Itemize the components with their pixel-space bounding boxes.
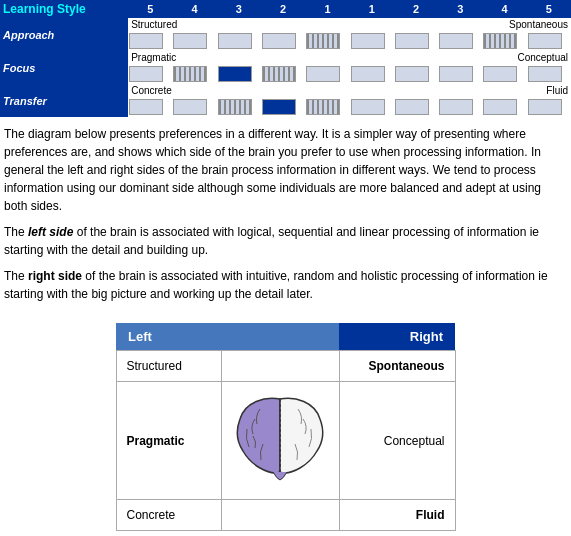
right-label-0: Spontaneous <box>350 18 571 31</box>
bar-cell-2-8 <box>482 97 526 117</box>
bar-cell-1-0 <box>128 64 172 84</box>
description-para1: The diagram below presents preferences i… <box>4 125 567 215</box>
para3-prefix: The <box>4 269 28 283</box>
brain-center-1 <box>222 382 339 500</box>
brain-center-header <box>222 323 339 351</box>
right-label-2: Fluid <box>350 84 571 97</box>
scale-l2: 2 <box>261 0 305 18</box>
bar-cell-2-3 <box>261 97 305 117</box>
para2-mid: of the brain is associated with logical,… <box>4 225 539 257</box>
learning-style-table: Learning Style 5 4 3 2 1 1 2 3 4 5 Appro… <box>0 0 571 117</box>
header-row: Learning Style 5 4 3 2 1 1 2 3 4 5 <box>0 0 571 18</box>
bar-cell-2-1 <box>172 97 216 117</box>
bar-cell-1-2 <box>217 64 261 84</box>
bar-cell-2-2 <box>217 97 261 117</box>
scale-r2: 2 <box>394 0 438 18</box>
description-section: The diagram below presents preferences i… <box>0 117 571 317</box>
left-label-2: Concrete <box>128 84 349 97</box>
bar-cell-0-8 <box>482 31 526 51</box>
bar-cell-0-4 <box>305 31 349 51</box>
description-para2: The left side of the brain is associated… <box>4 223 567 259</box>
para2-bold-italic: left side <box>28 225 73 239</box>
scale-l3: 3 <box>217 0 261 18</box>
row-label-0: Approach <box>0 18 128 51</box>
bar-cell-2-9 <box>527 97 571 117</box>
bar-cell-2-4 <box>305 97 349 117</box>
para3-bold: right side <box>28 269 82 283</box>
label-row-2: TransferConcreteFluid <box>0 84 571 97</box>
bar-cell-0-5 <box>350 31 394 51</box>
brain-left-1: Pragmatic <box>116 382 222 500</box>
brain-diagram-table: Left Right StructuredSpontaneousPragmati… <box>116 323 456 531</box>
bar-cell-1-7 <box>438 64 482 84</box>
row-label-2: Transfer <box>0 84 128 117</box>
label-row-0: ApproachStructuredSpontaneous <box>0 18 571 31</box>
description-para3: The right side of the brain is associate… <box>4 267 567 303</box>
bar-cell-0-6 <box>394 31 438 51</box>
label-row-1: FocusPragmaticConceptual <box>0 51 571 64</box>
bar-cell-2-6 <box>394 97 438 117</box>
bar-cell-0-0 <box>128 31 172 51</box>
para3-mid: of the brain is associated with intuitiv… <box>4 269 548 301</box>
bar-cell-1-4 <box>305 64 349 84</box>
brain-left-2: Concrete <box>116 500 222 531</box>
row-label-1: Focus <box>0 51 128 84</box>
learning-style-label: Learning Style <box>0 0 128 18</box>
scale-r4: 4 <box>482 0 526 18</box>
brain-right-0: Spontaneous <box>339 351 455 382</box>
brain-center-0 <box>222 351 339 382</box>
brain-row-0: StructuredSpontaneous <box>116 351 455 382</box>
scale-r5: 5 <box>527 0 571 18</box>
para2-prefix: The <box>4 225 28 239</box>
bar-cell-2-0 <box>128 97 172 117</box>
bar-cell-2-5 <box>350 97 394 117</box>
bar-cell-1-6 <box>394 64 438 84</box>
bar-cell-0-1 <box>172 31 216 51</box>
brain-right-2: Fluid <box>339 500 455 531</box>
bar-cell-0-9 <box>527 31 571 51</box>
brain-row-2: ConcreteFluid <box>116 500 455 531</box>
brain-right-header: Right <box>339 323 455 351</box>
brain-left-header: Left <box>116 323 222 351</box>
bar-cell-1-8 <box>482 64 526 84</box>
scale-l1: 1 <box>305 0 349 18</box>
bar-cell-1-5 <box>350 64 394 84</box>
right-label-1: Conceptual <box>350 51 571 64</box>
left-label-1: Pragmatic <box>128 51 349 64</box>
scale-r1: 1 <box>350 0 394 18</box>
para1-text: The diagram below presents preferences i… <box>4 127 541 213</box>
left-label-0: Structured <box>128 18 349 31</box>
brain-header-row: Left Right <box>116 323 455 351</box>
brain-row-1: Pragmatic Conceptual <box>116 382 455 500</box>
bar-cell-2-7 <box>438 97 482 117</box>
brain-left-0: Structured <box>116 351 222 382</box>
bar-cell-1-3 <box>261 64 305 84</box>
bar-cell-0-7 <box>438 31 482 51</box>
brain-right-1: Conceptual <box>339 382 455 500</box>
brain-center-2 <box>222 500 339 531</box>
scale-l5: 5 <box>128 0 172 18</box>
bar-cell-1-1 <box>172 64 216 84</box>
bar-cell-1-9 <box>527 64 571 84</box>
bar-cell-0-2 <box>217 31 261 51</box>
bar-cell-0-3 <box>261 31 305 51</box>
scale-r3: 3 <box>438 0 482 18</box>
scale-l4: 4 <box>172 0 216 18</box>
